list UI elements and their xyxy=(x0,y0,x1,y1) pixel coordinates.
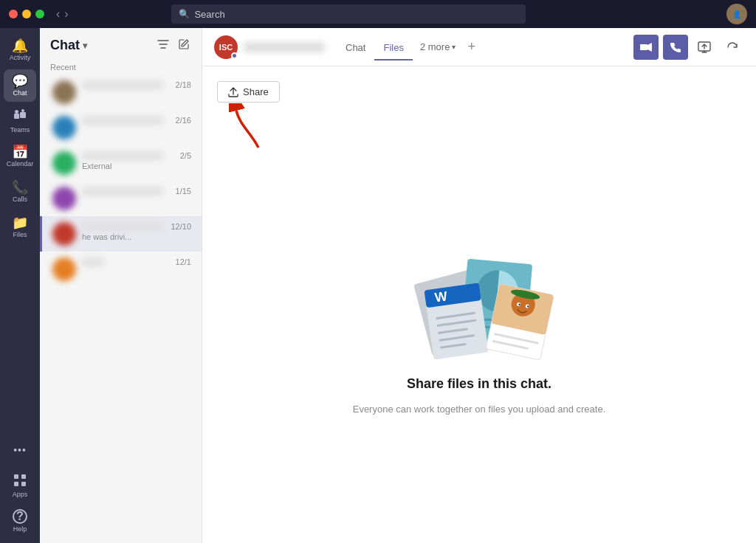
chat-header-actions xyxy=(156,37,191,54)
refresh-button[interactable] xyxy=(721,35,744,59)
svg-rect-5 xyxy=(21,474,26,479)
main-content: ISC Chat Files 2 more ▾ + xyxy=(202,28,756,543)
header-actions-right xyxy=(633,35,744,60)
search-icon: 🔍 xyxy=(179,9,190,19)
filter-button[interactable] xyxy=(156,37,171,54)
tab-add-button[interactable]: + xyxy=(463,36,480,58)
svg-point-2 xyxy=(15,110,18,114)
svg-rect-4 xyxy=(14,474,18,479)
svg-rect-0 xyxy=(14,114,19,119)
compose-button[interactable] xyxy=(176,37,191,54)
tab-more[interactable]: 2 more ▾ xyxy=(413,35,463,58)
svg-point-3 xyxy=(21,109,24,112)
avatar xyxy=(52,151,76,175)
empty-state-subtitle: Everyone can work together on files you … xyxy=(353,404,606,415)
chat-item-date: 2/18 xyxy=(176,80,191,89)
chat-item-preview: he was drivi... xyxy=(82,232,191,241)
screen-share-button[interactable] xyxy=(693,35,716,59)
svg-rect-6 xyxy=(14,482,18,486)
files-nav-icon: 📁 xyxy=(12,216,28,229)
chat-list-panel: Chat ▾ Recent xyxy=(40,28,202,543)
chat-icon: 💬 xyxy=(12,75,28,88)
sidebar-item-files[interactable]: 📁 Files xyxy=(4,211,36,243)
share-button[interactable]: Share xyxy=(217,81,280,103)
search-bar[interactable]: 🔍 Search xyxy=(171,4,526,24)
svg-rect-1 xyxy=(20,112,26,118)
forward-button[interactable]: › xyxy=(64,7,68,21)
chat-item-name xyxy=(82,151,163,160)
chat-item-date: 1/15 xyxy=(176,187,191,196)
online-indicator xyxy=(231,52,238,59)
chevron-down-icon: ▾ xyxy=(452,43,456,51)
chat-list-header: Chat ▾ xyxy=(40,28,202,60)
chat-contact-name xyxy=(244,42,325,52)
avatar xyxy=(52,222,76,246)
svg-text:W: W xyxy=(434,288,449,305)
calendar-icon: 📅 xyxy=(12,145,28,159)
maximize-button[interactable] xyxy=(35,10,44,18)
sidebar-item-help[interactable]: ? Help xyxy=(4,505,36,537)
tab-chat[interactable]: Chat xyxy=(337,36,374,60)
chat-header-tabs: Chat Files 2 more ▾ + xyxy=(337,35,480,59)
avatar xyxy=(52,80,76,104)
recent-label: Recent xyxy=(40,60,202,75)
chat-item-preview: External xyxy=(82,162,191,170)
chat-list-item[interactable]: 12/10 he was drivi... xyxy=(40,216,202,252)
chat-list-item[interactable]: 2/18 xyxy=(40,75,202,110)
audio-call-button[interactable] xyxy=(663,35,688,60)
chat-item-date: 2/16 xyxy=(176,116,191,125)
chat-item-name xyxy=(82,222,163,231)
sidebar-item-teams[interactable]: Teams xyxy=(4,105,36,137)
sidebar-item-activity[interactable]: 🔔 Activity xyxy=(4,34,36,66)
sidebar-item-more[interactable]: ••• xyxy=(4,434,36,466)
avatar xyxy=(52,116,76,139)
app-body: 🔔 Activity 💬 Chat Teams 📅 Calendar 📞 xyxy=(0,28,756,543)
more-icon: ••• xyxy=(13,445,27,455)
window-controls xyxy=(9,10,44,18)
chat-item-name xyxy=(82,116,163,125)
chat-title-chevron[interactable]: ▾ xyxy=(83,41,87,51)
pointer-arrow xyxy=(229,103,266,155)
chat-list-title: Chat ▾ xyxy=(50,38,87,53)
sidebar-nav: 🔔 Activity 💬 Chat Teams 📅 Calendar 📞 xyxy=(0,28,40,543)
chat-list-item[interactable]: 2/5 External xyxy=(40,145,202,181)
avatar xyxy=(52,257,76,281)
minimize-button[interactable] xyxy=(22,10,31,18)
search-text: Search xyxy=(194,9,224,20)
empty-state-title: Share files in this chat. xyxy=(407,376,551,392)
chat-item-date: 2/5 xyxy=(180,151,191,160)
files-content: Share xyxy=(202,66,756,543)
help-icon: ? xyxy=(13,509,27,524)
chat-item-name xyxy=(82,80,163,89)
close-button[interactable] xyxy=(9,10,18,18)
teams-icon xyxy=(13,109,27,125)
sidebar-item-apps[interactable]: Apps xyxy=(4,469,36,502)
sidebar-item-calendar[interactable]: 📅 Calendar xyxy=(4,140,36,173)
back-button[interactable]: ‹ xyxy=(56,7,60,21)
files-illustration: W xyxy=(398,232,560,364)
title-bar: ‹ › 🔍 Search 👤 xyxy=(0,0,756,28)
chat-item-date: 12/10 xyxy=(171,222,191,231)
chat-header: ISC Chat Files 2 more ▾ + xyxy=(202,28,756,66)
sidebar-item-chat[interactable]: 💬 Chat xyxy=(4,69,36,102)
user-avatar[interactable]: 👤 xyxy=(726,4,747,24)
apps-icon xyxy=(13,474,27,489)
share-btn-row: Share xyxy=(217,81,741,103)
sidebar-item-calls[interactable]: 📞 Calls xyxy=(4,176,36,208)
chat-list-item[interactable]: 1/15 xyxy=(40,181,202,216)
svg-rect-8 xyxy=(640,44,647,50)
chat-list-item[interactable]: 12/1 xyxy=(40,252,202,287)
avatar xyxy=(52,187,76,210)
chat-item-date: 12/1 xyxy=(176,257,191,266)
chat-list-item[interactable]: 2/16 xyxy=(40,110,202,145)
chat-contact-avatar: ISC xyxy=(214,35,238,59)
chat-item-name xyxy=(82,187,163,196)
calls-icon: 📞 xyxy=(12,181,28,194)
svg-marker-9 xyxy=(647,43,652,52)
chat-item-name xyxy=(82,257,104,266)
svg-rect-7 xyxy=(21,482,26,486)
video-call-button[interactable] xyxy=(633,35,659,60)
illustration-area: W xyxy=(353,117,606,528)
activity-icon: 🔔 xyxy=(12,39,28,52)
tab-files[interactable]: Files xyxy=(374,36,412,60)
